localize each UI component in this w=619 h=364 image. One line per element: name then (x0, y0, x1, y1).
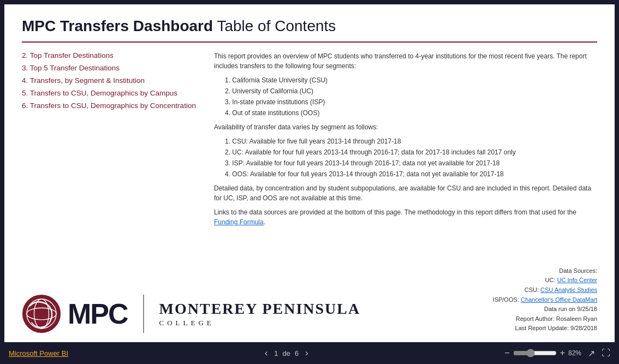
segment-item: 2. University of California (UC) (225, 86, 597, 96)
report-author: Report Author: Rosaleen Ryan (493, 314, 597, 324)
zoom-slider[interactable] (513, 349, 557, 357)
nav-item[interactable]: 5. Transfers to CSU, Demographics by Cam… (22, 89, 197, 97)
csu-label: CSU: (525, 287, 539, 293)
data-sources-label: Data Sources: (493, 266, 597, 276)
isp-oos-label: ISP/OOS: (493, 296, 519, 303)
zoom-level: 82% (568, 349, 581, 357)
mpc-letters: MPC (68, 300, 128, 328)
logo-area: MPC Monterey Peninsula College (22, 294, 360, 333)
share-icon[interactable]: ↗ (588, 348, 595, 359)
funding-formula-link[interactable]: Funding Formula (214, 218, 264, 226)
availability-item: 2. UC: Available for four full years 201… (225, 147, 597, 157)
segment-item: 1. California State University (CSU) (225, 75, 597, 85)
availability-item: 4. OOS: Available for four full years 20… (225, 169, 597, 179)
pagination-controls: ‹ 1 de 6 › (263, 348, 311, 358)
bottom-right-controls: − + 82% ↗ ⛶ (504, 348, 610, 359)
zoom-area: − + 82% (504, 348, 581, 358)
zoom-plus[interactable]: + (560, 348, 565, 358)
fullscreen-icon[interactable]: ⛶ (602, 348, 610, 358)
college-name-top: Monterey Peninsula (159, 300, 361, 318)
nav-list: 2. Top Transfer Destinations3. Top 5 Tra… (22, 51, 197, 110)
description-panel: This report provides an overview of MPC … (214, 51, 597, 258)
nav-item[interactable]: 6. Transfers to CSU, Demographics by Con… (22, 102, 197, 110)
isp-oos-source: ISP/OOS: Chancellor's Office DataMart (493, 295, 597, 305)
last-update: Last Report Update: 9/28/2018 (493, 324, 597, 333)
links-text: Links to the data sources are provided a… (214, 207, 597, 227)
college-name-bottom: College (159, 319, 361, 327)
uc-label: UC: (545, 277, 556, 283)
detailed-text: Detailed data, by concentration and by s… (214, 183, 597, 203)
nav-item[interactable]: 4. Transfers, by Segment & Institution (22, 76, 197, 85)
next-page-button[interactable]: › (303, 348, 310, 358)
page-current: 1 (274, 349, 278, 357)
run-date: Data run on 9/25/18 (493, 305, 597, 314)
availability-list: 1. CSU: Available for five full years 20… (225, 136, 597, 179)
logo-divider (143, 295, 144, 333)
uc-link[interactable]: UC Info Center (557, 277, 597, 283)
availability-item: 3. ISP: Available for four full years 20… (225, 158, 597, 168)
prev-page-button[interactable]: ‹ (263, 348, 270, 358)
segment-item: 4. Out of state institutions (OOS) (225, 108, 597, 118)
availability-item: 1. CSU: Available for five full years 20… (225, 136, 597, 146)
csu-source: CSU: CSU Analytic Studies (493, 285, 597, 295)
nav-item[interactable]: 3. Top 5 Transfer Destinations (22, 64, 197, 72)
bottom-bar: Microsoft Power BI ‹ 1 de 6 › − + 82% ↗ … (0, 342, 619, 364)
title-divider (22, 41, 597, 43)
college-name-area: Monterey Peninsula College (159, 300, 361, 327)
uc-source: UC: UC Info Center (493, 276, 597, 285)
title-light: Table of Contents (213, 17, 336, 34)
mpc-logo-icon (22, 294, 61, 333)
data-sources-panel: Data Sources: UC: UC Info Center CSU: CS… (493, 266, 597, 333)
isp-oos-link[interactable]: Chancellor's Office DataMart (521, 296, 597, 303)
segment-item: 3. In-state private institutions (ISP) (225, 97, 597, 107)
nav-item[interactable]: 2. Top Transfer Destinations (22, 51, 197, 59)
page-total: 6 (295, 349, 299, 357)
segments-list: 1. California State University (CSU)2. U… (225, 75, 597, 118)
left-nav-panel: 2. Top Transfer Destinations3. Top 5 Tra… (22, 51, 197, 258)
powerbi-link[interactable]: Microsoft Power BI (9, 349, 68, 357)
intro-text: This report provides an overview of MPC … (214, 51, 597, 71)
zoom-minus[interactable]: − (504, 348, 509, 358)
page-separator: de (282, 349, 290, 357)
title-bold: MPC Transfers Dashboard (22, 17, 213, 34)
availability-intro: Availability of transfer data varies by … (214, 122, 597, 132)
csu-link[interactable]: CSU Analytic Studies (540, 287, 597, 293)
